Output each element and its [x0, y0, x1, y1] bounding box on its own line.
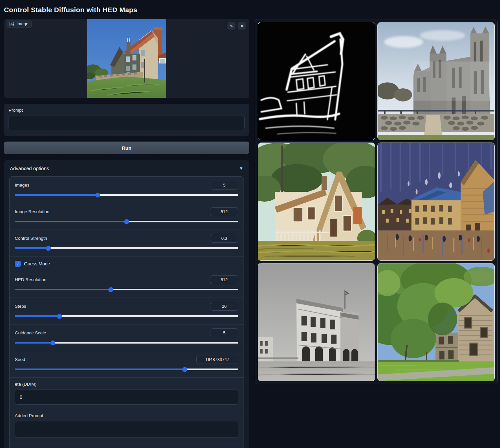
hed-edge-map-image: [258, 22, 375, 140]
impressionist-image: [378, 143, 494, 260]
slider-fill: [15, 369, 185, 370]
slider-handle[interactable]: [95, 192, 100, 197]
gallery-item-grayscale-building[interactable]: [258, 263, 375, 381]
guidance-scale-value-input[interactable]: [210, 328, 238, 337]
page-title: Control Stable Diffusion with HED Maps: [4, 6, 496, 14]
result-gallery: [255, 19, 498, 384]
slider-handle[interactable]: [124, 219, 129, 224]
gallery-item-impressionist[interactable]: [377, 143, 495, 261]
guess-mode-row: ✓ Guess Mode: [10, 257, 244, 271]
advanced-options-title: Advanced options: [10, 166, 49, 171]
left-column: Image ✎ ✕: [4, 19, 249, 448]
slider-fill: [15, 221, 127, 222]
right-column: [255, 19, 498, 384]
guess-mode-label: Guess Mode: [24, 261, 50, 266]
hed-resolution-label: HED Resolution: [15, 277, 46, 282]
image-resolution-slider[interactable]: [15, 221, 238, 222]
check-icon: ✓: [16, 262, 19, 266]
steps-value-input[interactable]: [210, 302, 238, 311]
edit-image-button[interactable]: ✎: [227, 22, 235, 30]
image-input-label-text: Image: [16, 21, 28, 26]
chevron-down-icon: ▼: [239, 166, 243, 171]
prompt-panel: Prompt: [4, 104, 249, 136]
prompt-input[interactable]: [9, 116, 245, 130]
steps-slider[interactable]: [15, 315, 238, 317]
advanced-options-panel: Advanced options ▼ Images: [4, 160, 249, 448]
close-icon: ✕: [240, 24, 244, 28]
slider-row-steps: Steps: [10, 298, 244, 325]
app-page: Control Stable Diffusion with HED Maps I…: [0, 0, 500, 448]
slider-handle[interactable]: [57, 314, 62, 319]
added-prompt-label: Added Prompt: [15, 413, 238, 418]
slider-row-image-resolution: Image Resolution: [10, 203, 244, 230]
gallery-item-house-with-trees[interactable]: [377, 263, 495, 381]
added-prompt-row: Added Prompt: [10, 409, 244, 443]
pencil-icon: ✎: [230, 24, 233, 28]
run-button[interactable]: Run: [4, 142, 249, 154]
slider-row-control-strength: Control Strength: [10, 230, 244, 257]
painted-house-image: [258, 143, 375, 260]
steps-label: Steps: [15, 304, 26, 309]
slider-row-hed-resolution: HED Resolution: [10, 271, 244, 298]
control-strength-label: Control Strength: [15, 236, 47, 241]
eta-row: eta (DDIM): [10, 378, 244, 409]
negative-prompt-row: Negative Prompt: [10, 443, 244, 448]
slider-fill: [15, 194, 98, 196]
house-with-trees-image: [378, 263, 494, 381]
images-slider[interactable]: [15, 194, 238, 196]
advanced-options-form: Images Image Resolution: [9, 176, 244, 448]
slider-handle[interactable]: [108, 287, 113, 292]
image-resolution-value-input[interactable]: [210, 207, 238, 216]
control-strength-value-input[interactable]: [210, 234, 238, 243]
gallery-item-painted-house[interactable]: [258, 143, 375, 261]
images-label: Images: [15, 183, 29, 188]
slider-fill: [15, 289, 111, 290]
seed-label: Seed: [15, 357, 25, 362]
gallery-item-hed-map[interactable]: [258, 22, 375, 140]
main-layout: Image ✎ ✕: [4, 19, 496, 448]
advanced-options-header[interactable]: Advanced options ▼: [10, 166, 243, 171]
seed-slider[interactable]: [15, 369, 238, 370]
guidance-scale-label: Guidance Scale: [15, 330, 46, 335]
guidance-scale-slider[interactable]: [15, 342, 238, 344]
slider-fill: [15, 342, 53, 344]
slider-handle[interactable]: [50, 340, 55, 345]
slider-row-images: Images: [10, 177, 244, 203]
hed-resolution-value-input[interactable]: [210, 275, 238, 284]
image-icon: [10, 22, 14, 26]
slider-handle[interactable]: [46, 246, 51, 251]
slider-row-seed: Seed: [10, 351, 244, 378]
seed-value-input[interactable]: [196, 355, 238, 364]
gallery-item-cathedral[interactable]: [377, 22, 495, 140]
slider-fill: [15, 315, 60, 317]
eta-input[interactable]: [15, 390, 238, 405]
hed-resolution-slider[interactable]: [15, 289, 238, 290]
guess-mode-checkbox[interactable]: ✓: [15, 261, 21, 267]
clear-image-button[interactable]: ✕: [238, 22, 246, 30]
images-value-input[interactable]: [210, 181, 238, 190]
grayscale-building-image: [258, 263, 375, 381]
image-resolution-label: Image Resolution: [15, 209, 49, 214]
cathedral-image: [378, 22, 494, 140]
prompt-label: Prompt: [9, 108, 245, 113]
image-actions: ✎ ✕: [227, 22, 246, 30]
slider-row-guidance-scale: Guidance Scale: [10, 325, 244, 351]
slider-fill: [15, 247, 48, 249]
added-prompt-input[interactable]: [15, 421, 238, 437]
control-strength-slider[interactable]: [15, 247, 238, 249]
image-input-dropzone[interactable]: Image ✎ ✕: [4, 19, 249, 98]
slider-handle[interactable]: [182, 367, 187, 372]
image-input-label: Image: [7, 20, 32, 28]
uploaded-image-house-photo: [87, 19, 166, 98]
eta-label: eta (DDIM): [15, 382, 238, 387]
